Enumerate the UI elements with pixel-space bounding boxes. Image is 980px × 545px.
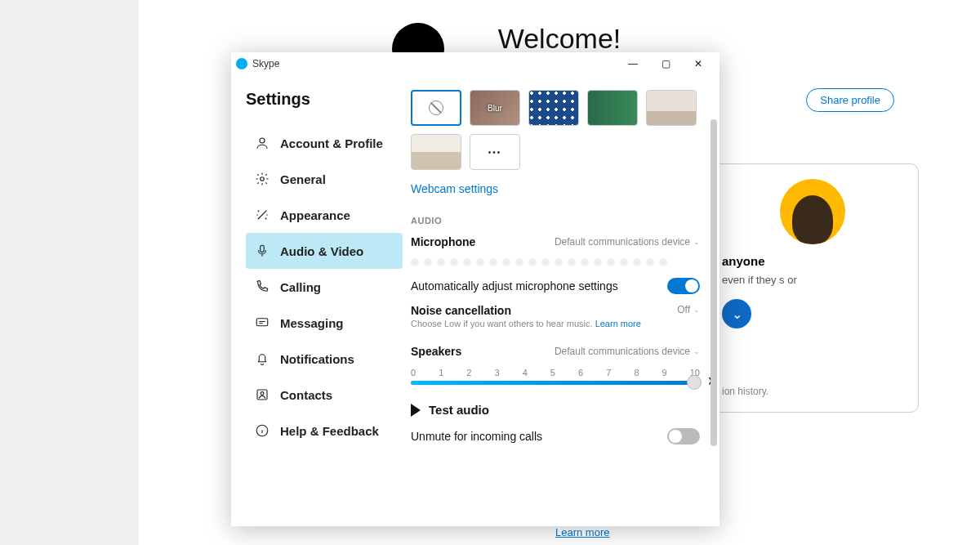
nav-appearance[interactable]: Appearance [246, 197, 403, 233]
settings-nav: Settings Account & Profile General Appea… [231, 75, 403, 526]
phone-icon [254, 279, 270, 295]
nav-account-profile[interactable]: Account & Profile [246, 125, 403, 161]
noise-cancel-dropdown[interactable]: Off⌄ [677, 304, 700, 315]
close-button[interactable]: ✕ [682, 52, 715, 75]
bg-option-office2[interactable] [411, 134, 461, 170]
microphone-level-meter [411, 258, 700, 266]
speaker-slider-labels: 012345678910 [411, 368, 700, 377]
info-icon [254, 422, 270, 439]
share-card-desc: even if they s or [722, 273, 903, 288]
svg-point-0 [260, 138, 265, 143]
nav-calling[interactable]: Calling [246, 269, 403, 305]
scrollbar-thumb[interactable] [710, 119, 717, 446]
bg-option-nature[interactable] [587, 90, 638, 126]
bg-option-more[interactable]: ••• [470, 134, 520, 170]
minimize-button[interactable]: — [617, 52, 649, 75]
bell-icon [254, 351, 270, 367]
auto-adjust-label: Automatically adjust microphone settings [411, 279, 618, 293]
microphone-label: Microphone [411, 235, 475, 248]
chevron-down-icon: ⌄ [732, 306, 742, 322]
titlebar: Skype — ▢ ✕ [231, 52, 719, 75]
skype-logo-icon [236, 58, 247, 69]
noise-cancel-hint: Choose Low if you want others to hear mu… [411, 319, 641, 328]
nav-audio-video[interactable]: Audio & Video [246, 233, 403, 269]
user-icon [254, 135, 270, 151]
nav-label: Notifications [280, 352, 354, 366]
chevron-down-icon: ⌄ [693, 238, 700, 246]
nav-help-feedback[interactable]: Help & Feedback [246, 413, 403, 449]
nav-label: Calling [280, 280, 321, 294]
nav-label: Audio & Video [280, 244, 363, 258]
svg-rect-2 [261, 245, 265, 252]
slider-handle[interactable] [687, 375, 702, 390]
share-card-footer: ion history. [722, 386, 903, 397]
contacts-icon [254, 386, 270, 403]
nav-label: Account & Profile [280, 136, 383, 150]
svg-point-5 [261, 392, 264, 395]
maximize-button[interactable]: ▢ [649, 52, 682, 75]
nav-label: Appearance [280, 208, 350, 222]
chevron-down-icon: ⌄ [693, 306, 700, 314]
test-audio-label: Test audio [429, 403, 489, 417]
nav-messaging[interactable]: Messaging [246, 305, 403, 341]
audio-section-label: AUDIO [411, 216, 700, 226]
learn-more-link-bg[interactable]: Learn more [555, 526, 609, 538]
nav-notifications[interactable]: Notifications [246, 341, 403, 377]
speakers-label: Speakers [411, 345, 461, 358]
share-card-title: anyone [722, 254, 903, 268]
unmute-toggle[interactable] [667, 428, 700, 444]
settings-content: Blur ••• Webcam settings AUDIO Microphon… [403, 75, 719, 526]
bg-option-pattern[interactable] [528, 90, 579, 126]
gear-icon [254, 171, 270, 187]
share-profile-button[interactable]: Share profile [806, 88, 894, 112]
welcome-heading: Welcome! [498, 23, 621, 55]
noise-cancel-learn-more[interactable]: Learn more [595, 319, 641, 328]
test-audio-button[interactable]: Test audio [411, 403, 700, 417]
bg-option-none[interactable] [411, 90, 461, 126]
play-icon [411, 404, 421, 417]
noise-cancel-label: Noise cancellation [411, 304, 641, 317]
microphone-device-dropdown[interactable]: Default communications device⌄ [555, 236, 700, 248]
chevron-down-icon: ⌄ [693, 347, 700, 355]
auto-adjust-toggle[interactable] [667, 278, 700, 294]
bg-option-blur[interactable]: Blur [470, 90, 520, 126]
speaker-volume-slider[interactable]: ➤ [411, 381, 700, 385]
svg-point-1 [261, 177, 265, 181]
nav-label: Help & Feedback [280, 424, 379, 438]
microphone-icon [254, 243, 270, 259]
settings-heading: Settings [246, 90, 403, 109]
nav-label: Messaging [280, 316, 344, 330]
nav-contacts[interactable]: Contacts [246, 377, 403, 413]
webcam-settings-link[interactable]: Webcam settings [411, 182, 498, 195]
share-card-illustration [780, 179, 845, 244]
nav-general[interactable]: General [246, 161, 403, 197]
bg-option-office1[interactable] [646, 90, 697, 126]
message-icon [254, 315, 270, 331]
unmute-label: Unmute for incoming calls [411, 430, 542, 443]
nav-label: Contacts [280, 388, 332, 402]
window-title: Skype [252, 58, 279, 69]
svg-rect-3 [256, 319, 268, 326]
settings-window: Skype — ▢ ✕ Settings Account & Profile G… [231, 52, 719, 526]
share-card: anyone even if they s or ⌄ ion history. [706, 163, 919, 413]
speakers-device-dropdown[interactable]: Default communications device⌄ [555, 346, 700, 357]
scrollbar[interactable] [710, 62, 717, 503]
wand-icon [254, 207, 270, 223]
share-card-button[interactable]: ⌄ [722, 299, 751, 328]
blur-label: Blur [488, 104, 502, 113]
nav-label: General [280, 172, 326, 186]
